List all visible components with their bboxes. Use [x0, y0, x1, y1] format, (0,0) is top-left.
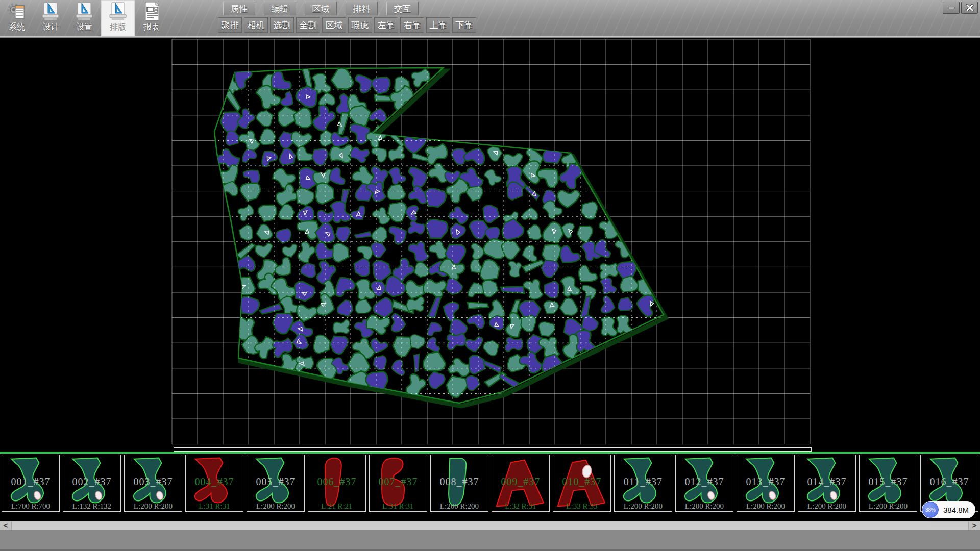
- piece-thumbnail[interactable]: 012_#37 L:200 R:200: [675, 455, 733, 512]
- piece-lr-count: L:21 R:21: [308, 502, 365, 511]
- progress-circle: 38%: [922, 502, 939, 518]
- mode-design[interactable]: 设计: [34, 0, 67, 36]
- mode-report[interactable]: 报表: [135, 0, 168, 36]
- memory-value: 384.8M: [943, 506, 969, 514]
- piece-name: 002_#37: [63, 476, 120, 488]
- toolbar: 系统 设计: [0, 0, 980, 36]
- menu-tab-region[interactable]: 区域: [305, 2, 337, 15]
- menu-tab-properties[interactable]: 属性: [223, 2, 255, 15]
- scroll-left-button[interactable]: <: [0, 521, 12, 530]
- tool-camera[interactable]: 相机: [244, 17, 268, 33]
- piece-name: 012_#37: [676, 476, 733, 488]
- nesting-drawing: [0, 38, 980, 447]
- piece-name: 001_#37: [2, 476, 59, 488]
- pieces-strip: 001_#37 L:700 R:700 002_#37 L:132 R:132 …: [0, 454, 980, 513]
- mode-label: 系统: [0, 21, 34, 33]
- piece-name: 003_#37: [125, 476, 182, 488]
- piece-lr-count: L:31 R:31: [186, 502, 243, 511]
- piece-lr-count: L:200 R:200: [676, 502, 733, 511]
- piece-name: 004_#37: [186, 476, 243, 488]
- nesting-canvas[interactable]: [0, 38, 980, 447]
- mode-label: 设置: [67, 21, 101, 33]
- piece-lr-count: L:132 R:132: [63, 502, 120, 511]
- canvas-scroll-thumb[interactable]: [174, 447, 812, 452]
- application-window: 系统 设计: [0, 0, 980, 551]
- design-icon: [40, 1, 61, 21]
- piece-thumbnail[interactable]: 003_#37 L:200 R:200: [124, 455, 182, 512]
- mode-settings[interactable]: 设置: [67, 0, 101, 36]
- piece-name: 007_#37: [370, 476, 427, 488]
- piece-thumbnail[interactable]: 002_#37 L:132 R:132: [63, 455, 121, 512]
- minimize-icon: [947, 5, 955, 11]
- piece-lr-count: L:200 R:200: [798, 502, 855, 511]
- piece-lr-count: L:33 R:33: [553, 502, 610, 511]
- piece-name: 014_#37: [798, 476, 855, 488]
- close-icon: [966, 4, 974, 11]
- close-button[interactable]: [961, 2, 978, 14]
- mode-label: 设计: [34, 21, 67, 33]
- memory-badge: 38% 384.8M: [922, 501, 975, 518]
- piece-name: 008_#37: [431, 476, 488, 488]
- settings-icon: [74, 1, 94, 21]
- piece-name: 006_#37: [308, 476, 365, 488]
- piece-thumbnail[interactable]: 009_#37 L:32 R:31: [492, 455, 550, 512]
- piece-thumbnail[interactable]: 011_#37 L:200 R:200: [614, 455, 672, 512]
- piece-lr-count: L:32 R:31: [492, 502, 549, 511]
- piece-lr-count: L:700 R:700: [2, 502, 59, 511]
- mode-system[interactable]: 系统: [0, 0, 34, 36]
- piece-thumbnail[interactable]: 005_#37 L:200 R:200: [247, 455, 305, 512]
- tool-align-right[interactable]: 右靠: [400, 17, 424, 33]
- menu-tab-nesting[interactable]: 排料: [346, 2, 378, 15]
- tool-align-left[interactable]: 左靠: [374, 17, 398, 33]
- mode-label: 排版: [101, 21, 135, 33]
- piece-name: 011_#37: [615, 476, 672, 488]
- mode-bar: 系统 设计: [0, 0, 168, 36]
- piece-thumbnail[interactable]: 013_#37 L:200 R:200: [737, 455, 795, 512]
- horizontal-scrollbar[interactable]: < >: [0, 521, 980, 530]
- tool-align-bottom[interactable]: 下靠: [452, 17, 476, 33]
- report-icon: [141, 1, 162, 21]
- piece-lr-count: L:200 R:200: [737, 502, 794, 511]
- status-bar: [0, 530, 980, 551]
- tool-cluster-nest[interactable]: 聚排: [218, 17, 242, 33]
- nesting-icon: [108, 1, 128, 21]
- scroll-right-button[interactable]: >: [968, 521, 980, 530]
- window-controls: [943, 2, 978, 14]
- piece-thumbnail[interactable]: 007_#37 L:31 R:31: [369, 455, 427, 512]
- piece-thumbnail[interactable]: 006_#37 L:21 R:21: [308, 455, 366, 512]
- piece-name: 010_#37: [553, 476, 610, 488]
- piece-lr-count: L:200 R:200: [247, 502, 304, 511]
- mode-label: 报表: [135, 21, 168, 33]
- minimize-button[interactable]: [943, 2, 960, 14]
- piece-lr-count: L:31 R:31: [370, 502, 427, 511]
- piece-name: 016_#37: [921, 476, 978, 488]
- piece-lr-count: L:200 R:200: [615, 502, 672, 511]
- piece-thumbnail[interactable]: 008_#37 L:200 R:200: [430, 455, 488, 512]
- system-icon: [7, 1, 27, 21]
- piece-thumbnail[interactable]: 004_#37 L:31 R:31: [185, 455, 243, 512]
- piece-name: 005_#37: [247, 476, 304, 488]
- menu-tab-edit[interactable]: 编辑: [264, 2, 296, 15]
- tool-region[interactable]: 区域: [322, 17, 346, 33]
- piece-thumbnail[interactable]: 010_#37 L:33 R:33: [553, 455, 611, 512]
- menu-tab-interactive[interactable]: 交互: [386, 2, 419, 15]
- tool-cut-all[interactable]: 全割: [296, 17, 320, 33]
- canvas-scroll-track: [0, 447, 980, 452]
- piece-lr-count: L:200 R:200: [125, 502, 182, 511]
- mode-nesting-active[interactable]: 排版: [101, 0, 135, 36]
- tool-select-cut[interactable]: 选割: [270, 17, 294, 33]
- piece-thumbnail[interactable]: 015_#37 L:200 R:200: [859, 455, 917, 512]
- piece-thumbnail[interactable]: 014_#37 L:200 R:200: [798, 455, 856, 512]
- menu-tab-bar: 属性 编辑 区域 排料 交互: [223, 2, 419, 15]
- tool-defect[interactable]: 瑕疵: [348, 17, 372, 33]
- piece-name: 009_#37: [492, 476, 549, 488]
- piece-lr-count: L:200 R:200: [860, 502, 917, 511]
- tool-align-top[interactable]: 上靠: [426, 17, 450, 33]
- piece-name: 015_#37: [860, 476, 917, 488]
- tool-button-bar: 聚排 相机 选割 全割 区域 瑕疵 左靠 右靠 上靠 下靠: [218, 17, 476, 33]
- piece-name: 013_#37: [737, 476, 794, 488]
- piece-lr-count: L:200 R:200: [431, 502, 488, 511]
- piece-thumbnail[interactable]: 001_#37 L:700 R:700: [2, 455, 60, 512]
